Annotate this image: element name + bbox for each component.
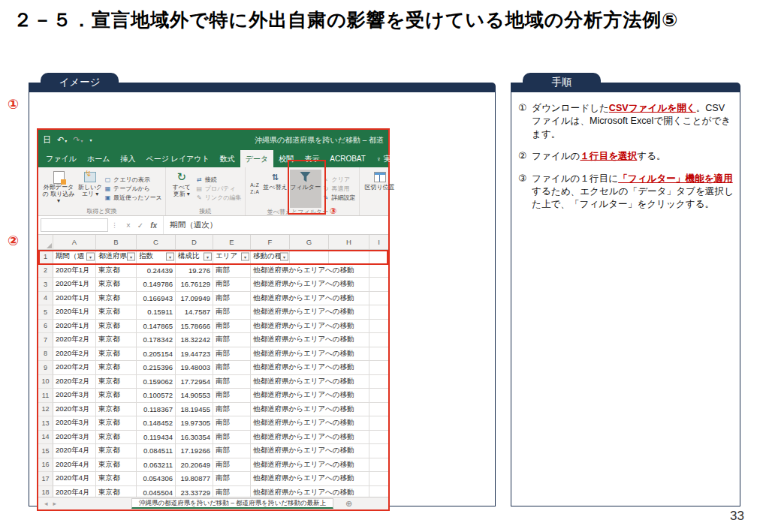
cell-period[interactable]: 2020年1月 <box>53 320 96 334</box>
filter-dropdown-icon[interactable]: ▾ <box>204 252 212 260</box>
row-number[interactable]: 7 <box>38 333 53 347</box>
header-cell-area[interactable]: エリア▾ <box>213 250 251 264</box>
column-header-C[interactable]: C <box>137 235 176 249</box>
cell-index[interactable]: 0.149786 <box>137 278 176 292</box>
cell-index[interactable]: 0.100572 <box>137 389 176 403</box>
cell-area[interactable]: 南部 <box>213 361 251 375</box>
cell-period[interactable]: 2020年3月 <box>53 403 96 417</box>
save-icon[interactable]: 日 <box>43 134 51 146</box>
cell-index[interactable]: 0.166943 <box>137 292 176 306</box>
cell-prefecture[interactable]: 東京都 <box>96 264 137 278</box>
cell-move-type[interactable]: 他都道府県からエリアへの移動 <box>251 486 369 497</box>
cell-prefecture[interactable]: 東京都 <box>96 444 137 458</box>
cell-move-type[interactable]: 他都道府県からエリアへの移動 <box>251 347 369 362</box>
cell-move-type[interactable]: 他都道府県からエリアへの移動 <box>251 264 369 278</box>
cell-empty[interactable] <box>369 305 388 320</box>
cell-period[interactable]: 2020年3月 <box>53 389 96 403</box>
cell-share[interactable]: 19.97305 <box>176 416 213 431</box>
ribbon-tab-ホーム[interactable]: ホーム <box>82 150 115 167</box>
header-cell-empty-i[interactable] <box>369 250 388 264</box>
show-queries-button[interactable]: ▢クエリの表示 <box>104 176 162 184</box>
new-query-button[interactable]: ↯ 新しいク エリ ▾ <box>77 170 103 207</box>
undo-icon[interactable]: ↶▾ <box>57 135 67 145</box>
cell-empty[interactable] <box>369 320 388 334</box>
cell-index[interactable]: 0.148452 <box>137 416 176 431</box>
cell-prefecture[interactable]: 東京都 <box>96 431 137 445</box>
column-header-G[interactable]: G <box>290 235 329 249</box>
cell-empty[interactable] <box>369 416 388 431</box>
row-number[interactable]: 17 <box>38 472 53 486</box>
ribbon-tab-校閲[interactable]: 校閲 <box>273 150 299 167</box>
cell-period[interactable]: 2020年1月 <box>53 278 96 292</box>
column-header-I[interactable]: I <box>369 235 388 249</box>
cell-prefecture[interactable]: 東京都 <box>96 458 137 473</box>
cell-index[interactable]: 0.178342 <box>137 333 176 347</box>
header-cell-prefecture[interactable]: 都道府県▾ <box>96 250 137 264</box>
cell-prefecture[interactable]: 東京都 <box>96 320 137 334</box>
row-number[interactable]: 5 <box>38 305 53 320</box>
cell-index[interactable]: 0.118367 <box>137 403 176 417</box>
select-all-corner[interactable] <box>38 235 53 249</box>
cell-share[interactable]: 16.76129 <box>176 278 213 292</box>
cell-share[interactable]: 15.78666 <box>176 320 213 334</box>
cell-share[interactable]: 18.32242 <box>176 333 213 347</box>
redo-icon[interactable]: ↷▾ <box>73 135 83 145</box>
cell-move-type[interactable]: 他都道府県からエリアへの移動 <box>251 403 369 417</box>
filter-dropdown-icon[interactable]: ▾ <box>166 252 174 260</box>
column-header-A[interactable]: A <box>53 235 96 249</box>
cell-index[interactable]: 0.205154 <box>137 347 176 362</box>
cell-move-type[interactable]: 他都道府県からエリアへの移動 <box>251 444 369 458</box>
row-number[interactable]: 18 <box>38 486 53 497</box>
cell-share[interactable]: 17.72954 <box>176 375 213 389</box>
cell-period[interactable]: 2020年2月 <box>53 375 96 389</box>
filter-dropdown-icon[interactable]: ▾ <box>127 252 135 260</box>
reapply-button[interactable]: ↻再適用 <box>323 185 356 193</box>
cell-prefecture[interactable]: 東京都 <box>96 347 137 362</box>
cell-area[interactable]: 南部 <box>213 347 251 362</box>
cell-area[interactable]: 南部 <box>213 458 251 473</box>
row-number[interactable]: 4 <box>38 292 53 306</box>
cell-prefecture[interactable]: 東京都 <box>96 292 137 306</box>
ribbon-tab-データ[interactable]: データ <box>240 150 273 167</box>
cell-index[interactable]: 0.119434 <box>137 431 176 445</box>
cell-share[interactable]: 19.80877 <box>176 472 213 486</box>
cell-area[interactable]: 南部 <box>213 389 251 403</box>
header-cell-period[interactable]: 期間（週▾ <box>53 250 96 264</box>
row-number[interactable]: 13 <box>38 416 53 431</box>
cell-move-type[interactable]: 他都道府県からエリアへの移動 <box>251 472 369 486</box>
enter-icon[interactable]: ✓ <box>137 221 143 230</box>
cell-prefecture[interactable]: 東京都 <box>96 389 137 403</box>
cell-share[interactable]: 17.09949 <box>176 292 213 306</box>
recent-sources-button[interactable]: ▣最近使ったソース <box>104 194 162 202</box>
edit-links-button[interactable]: ✎リンクの編集 <box>196 194 242 202</box>
cell-period[interactable]: 2020年2月 <box>53 333 96 347</box>
cell-move-type[interactable]: 他都道府県からエリアへの移動 <box>251 320 369 334</box>
cell-empty[interactable] <box>369 458 388 473</box>
cell-period[interactable]: 2020年2月 <box>53 361 96 375</box>
sort-button[interactable]: ⇅ 並べ替え <box>263 170 288 207</box>
row-number[interactable]: 8 <box>38 347 53 362</box>
cell-share[interactable]: 14.7587 <box>176 305 213 320</box>
cell-empty[interactable] <box>369 264 388 278</box>
cell-empty[interactable] <box>369 403 388 417</box>
cell-move-type[interactable]: 他都道府県からエリアへの移動 <box>251 278 369 292</box>
column-header-H[interactable]: H <box>329 235 369 249</box>
cell-index[interactable]: 0.215396 <box>137 361 176 375</box>
header-cell-move-type[interactable]: 移動の種▾ <box>251 250 290 264</box>
cell-period[interactable]: 2020年3月 <box>53 431 96 445</box>
row-number[interactable]: 10 <box>38 375 53 389</box>
header-cell-index[interactable]: 指数▾ <box>137 250 176 264</box>
insert-function-icon[interactable]: fx <box>150 221 157 230</box>
cell-share[interactable]: 18.19455 <box>176 403 213 417</box>
row-number[interactable]: 16 <box>38 458 53 473</box>
cell-area[interactable]: 南部 <box>213 486 251 497</box>
text-to-columns-button[interactable]: 区切り位置 <box>363 170 397 207</box>
ribbon-tab-数式[interactable]: 数式 <box>215 150 240 167</box>
cell-area[interactable]: 南部 <box>213 472 251 486</box>
cell-empty[interactable] <box>369 472 388 486</box>
sheet-next-icon[interactable]: ▸ <box>53 500 57 507</box>
cell-move-type[interactable]: 他都道府県からエリアへの移動 <box>251 389 369 403</box>
cell-empty[interactable] <box>369 389 388 403</box>
cell-area[interactable]: 南部 <box>213 444 251 458</box>
cell-period[interactable]: 2020年1月 <box>53 292 96 306</box>
